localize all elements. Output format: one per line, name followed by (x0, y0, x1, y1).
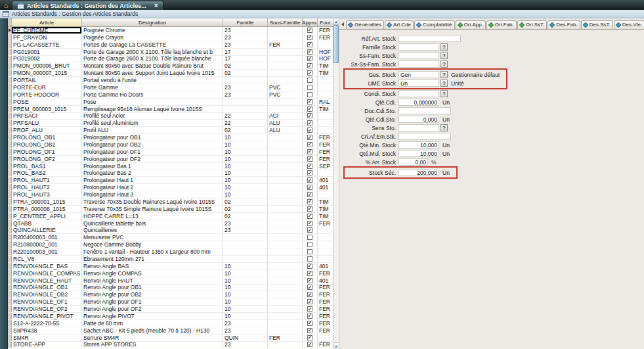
cell-designation[interactable]: Portail vendu à l'unité (82, 77, 223, 83)
appro-checkbox[interactable] (307, 85, 312, 90)
cell-appro[interactable]: ✓ (303, 113, 318, 120)
cell-appro[interactable] (303, 241, 318, 248)
cell-famille[interactable]: 23 (223, 342, 268, 348)
cell-sous-famille[interactable] (268, 248, 303, 255)
appro-checkbox[interactable]: ✓ (307, 28, 312, 33)
cell-sous-famille[interactable] (268, 62, 303, 69)
appro-checkbox[interactable]: ✓ (307, 113, 312, 118)
cell-famille[interactable]: 10 (223, 270, 268, 277)
cell-sous-famille[interactable]: PVC (268, 91, 303, 98)
table-row[interactable]: P_CENTREE_APPLIHOPPE CARRE L=1302✓TIM (8, 213, 333, 220)
field-input-qt-cdi[interactable]: 0,000000 (398, 99, 439, 106)
home-icon[interactable]: ⌂ (0, 0, 12, 10)
cell-appro[interactable]: ✓ (303, 327, 318, 334)
cell-appro[interactable]: ✓ (303, 298, 318, 305)
cell-designation[interactable]: Remplissage 95x18 Alumax Laqué Ivoire 10… (82, 106, 223, 112)
cell-article[interactable]: PG019001 (12, 49, 82, 55)
cell-appro[interactable]: ✓ (303, 313, 318, 319)
cell-fournisseur[interactable]: TIM (318, 106, 333, 112)
appro-checkbox[interactable]: ✓ (307, 206, 312, 212)
cell-famille[interactable]: 23 (223, 34, 268, 41)
table-row[interactable]: PROL_BAS2Prolongateur Bas 210✓ (8, 170, 333, 177)
cell-article[interactable]: QTABB (12, 220, 82, 227)
cell-fournisseur[interactable]: FER (318, 298, 333, 305)
cell-fournisseur[interactable]: FER (318, 220, 333, 227)
appro-checkbox[interactable]: ✓ (307, 70, 312, 76)
cell-famille[interactable] (223, 77, 268, 83)
table-row[interactable]: PRFSACIProfilé seul Acier22ACI✓ (8, 113, 333, 120)
panel-tab-ori-fab[interactable]: Ori.Fab. (486, 20, 517, 29)
cell-fournisseur[interactable]: FER (318, 285, 333, 291)
cell-article[interactable]: PTRA_000008_1015 (12, 206, 82, 212)
cell-famille[interactable]: 23 (223, 27, 268, 34)
table-row[interactable]: RENVOIANGLE_BASRenvoi Angle BAS10✓401 (8, 263, 333, 270)
cell-sous-famille[interactable] (268, 298, 303, 305)
cell-article[interactable]: S12-A-2222-70-55 (12, 320, 82, 327)
cell-appro[interactable] (303, 84, 318, 91)
field-input-famille-stock[interactable] (398, 43, 439, 51)
cell-fournisseur[interactable]: 401 (318, 263, 333, 269)
cell-appro[interactable]: ✓ (303, 34, 318, 41)
cell-sous-famille[interactable] (268, 285, 303, 291)
cell-designation[interactable]: Porte Gamme (82, 84, 223, 91)
panel-tab-g-n-ralit-s[interactable]: Généralités (346, 20, 384, 29)
cell-appro[interactable]: ✓ (303, 163, 318, 170)
table-row[interactable]: PORTE-EURPorte Gamme23PVC (8, 84, 333, 91)
cell-famille[interactable] (223, 106, 268, 112)
cell-sous-famille[interactable] (268, 56, 303, 62)
appro-checkbox[interactable]: ✓ (307, 278, 312, 283)
table-row[interactable]: PROL_HAUT3Prolongateur Haut 310✓ (8, 191, 333, 198)
cell-designation[interactable]: Ebrasement 120mm 271 (82, 256, 223, 262)
cell-appro[interactable]: ✓ (303, 149, 318, 155)
cell-sous-famille[interactable] (268, 70, 303, 76)
cell-designation[interactable]: Montant 80x50 avec Support Joint Laqué I… (82, 70, 223, 76)
appro-checkbox[interactable] (307, 256, 312, 262)
appro-checkbox[interactable] (307, 242, 312, 247)
table-row[interactable]: PROLONG_OF2Prolongateur pour OF210✓FER (8, 156, 333, 163)
cell-appro[interactable]: ✓ (303, 120, 318, 126)
cell-sous-famille[interactable] (268, 106, 303, 112)
cell-fournisseur[interactable]: FER (318, 320, 333, 327)
table-row[interactable]: SIIPR438Sachet ABC - Kit 5 pieds (meuble… (8, 327, 333, 335)
cell-appro[interactable] (303, 256, 318, 262)
cell-sous-famille[interactable]: PVC (268, 84, 303, 91)
help-button[interactable]: ? (440, 52, 448, 59)
cell-sous-famille[interactable] (268, 342, 303, 348)
panel-tab-art-cde[interactable]: Art.Cde (385, 20, 414, 29)
cell-famille[interactable]: 10 (223, 313, 268, 319)
cell-article[interactable]: POSE (12, 99, 82, 105)
cell-fournisseur[interactable] (318, 248, 333, 255)
table-row[interactable]: R220100003_001Fenêtre 1 vantail - Hauteu… (8, 248, 333, 256)
cell-sous-famille[interactable] (268, 270, 303, 277)
cell-article[interactable]: RENVOIANGLE_COMPAS (12, 270, 82, 277)
cell-article[interactable]: PROL_BAS2 (12, 170, 82, 177)
cell-sous-famille[interactable] (268, 27, 303, 34)
cell-designation[interactable]: Porte Gamme Ho Doors (82, 91, 223, 98)
appro-checkbox[interactable]: ✓ (307, 49, 312, 55)
appro-checkbox[interactable]: ✓ (307, 128, 312, 133)
cell-appro[interactable]: ✓ (303, 320, 318, 327)
cell-sous-famille[interactable]: ALU (268, 120, 303, 126)
cell-famille[interactable]: 10 (223, 277, 268, 284)
table-row[interactable]: RENVOIANGLE_OB2Renvoi Angle pour OB210✓F… (8, 291, 333, 298)
cell-article[interactable]: PRFSALU (12, 120, 82, 126)
cell-appro[interactable]: ✓ (303, 49, 318, 55)
cell-designation[interactable]: Prolongateur Bas 2 (82, 170, 223, 177)
cell-sous-famille[interactable] (268, 134, 303, 141)
cell-article[interactable]: QUINCAILLERIE (12, 227, 82, 234)
cell-appro[interactable]: ✓ (303, 206, 318, 212)
appro-checkbox[interactable]: ✓ (307, 56, 312, 61)
close-icon[interactable]: × (154, 2, 158, 9)
header-article[interactable]: Article (12, 18, 82, 26)
cell-fournisseur[interactable]: RAL (318, 99, 333, 105)
cell-fournisseur[interactable]: HOF (318, 56, 333, 62)
panel-tab-des-fab[interactable]: Des.Fab. (547, 20, 580, 29)
appro-checkbox[interactable]: ✓ (307, 156, 312, 162)
table-row[interactable]: R210800002_001Negoce Gamme Bobby (8, 241, 333, 248)
cell-fournisseur[interactable]: FER (318, 313, 333, 319)
cell-sous-famille[interactable] (268, 291, 303, 298)
cell-article[interactable]: PMON_000007_1015 (12, 70, 82, 76)
table-row[interactable]: RENVOIANGLE_HAUTRenvoi Angle HAUT10✓401 (8, 277, 333, 285)
cell-designation[interactable]: Renvoi Angle pour OB2 (82, 291, 223, 298)
cell-fournisseur[interactable]: FER (318, 141, 333, 148)
